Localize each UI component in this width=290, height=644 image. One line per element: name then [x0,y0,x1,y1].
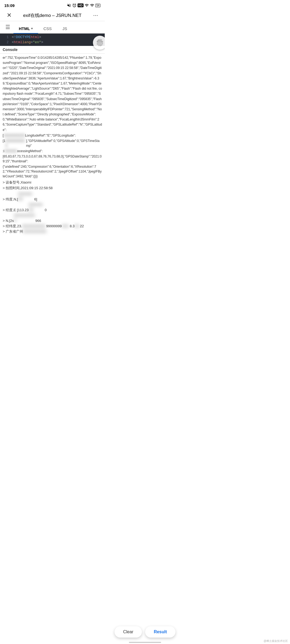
muted-icon [67,3,71,8]
code-editor: 1 <!DOCTYPE html> 2 <html lang="en"> [0,34,105,46]
console-gps-block-2: [1 XXXXXXXXXX ],"GPSAltitudeRef":0,"GPSA… [3,138,102,148]
console-header: Console [0,46,105,54]
console-title: Console [3,47,17,52]
tab-css[interactable]: CSS [38,24,57,33]
chevron-down-icon: ▾ [31,27,33,30]
blurred-gps-2: XXXXXXXXXX [5,138,26,148]
browser-header: ✕ exif在线demo – JSRUN.NET ··· [0,10,105,21]
console-province: > 广东省广州XXXXXXXXXX [3,229,102,234]
browser-title: exif在线demo – JSRUN.NET [14,12,91,19]
console-output[interactable]: er":752,"ExposureTime":0.0/14285/14285/1… [0,54,105,376]
battery-level: 54 [96,4,99,7]
console-thumbnail: {"undefined":240,"Compression":6,"Orient… [3,164,102,179]
console-exif-data: er":752,"ExposureTime":0.0/14285/14285/1… [3,55,102,133]
fingerprint-icon [96,38,104,47]
console-device: > 设备型号,Xiaomi [3,180,102,185]
console-time: > 拍照时间,2021:09:15 22:58:58 [3,185,102,191]
signal-icon-1 [85,3,89,8]
battery-icon: 54 [95,4,100,7]
console-gps-block-3: :i XXXXXX ocessingMethod": [3,149,102,153]
status-bar: 15:09 HD 54 [0,0,105,10]
blurred-gps-3: XXXXXX [4,149,17,153]
tab-html-label: HTML [19,26,30,31]
tab-list-icon[interactable]: ☰ [2,21,13,33]
blurred-lng: XXXXXXXX [28,202,45,213]
tab-html[interactable]: HTML ▾ [13,24,38,34]
more-button[interactable]: ··· [91,12,100,19]
code-line-1: 1 <!DOCTYPE html> [0,35,105,40]
blurred-coord3: XX [75,224,80,229]
tab-js-label: JS [63,26,67,31]
blurred-coord: XXXXXXXXXX [22,224,46,229]
console-coord: > 经纬度,23.XXXXXXXXXX99999999XXX8.3XX22 [3,224,102,229]
blurred-n: XXXXXXXXXX [14,213,35,223]
tab-js[interactable]: JS [57,24,73,33]
tab-bar: ☰ HTML ▾ CSS JS [0,21,105,34]
fingerprint-button[interactable] [93,36,105,50]
blurred-gps-1: XXXXXXXXXX [3,133,25,138]
blurred-lat: XXXXXXXX [18,191,34,202]
console-gps-array: [65,83,67,73,73,0,0,0,67,69,76,76,73,68,… [3,154,102,164]
code-line-2: 2 <html lang="en"> [0,40,105,45]
tab-css-label: CSS [44,26,52,31]
status-time: 15:09 [4,3,15,8]
blurred-coord2: XXX [62,224,70,229]
console-gps-block: [ XXXXXXXXXX LongitudeRef":"E","GPSLongi… [3,133,102,138]
alarm-icon [72,3,77,8]
hd-badge: HD [78,3,84,7]
console-lng: > 经度,E [113.23XXXXXXXX0 [3,202,102,213]
status-icons: HD 54 [67,3,100,8]
blurred-province: XXXXXXXXXX [23,229,50,234]
console-lat: > 纬度,N,[XXXXXXXX6] [3,191,102,202]
close-button[interactable]: ✕ [4,12,14,19]
console-n: > N,[2sXXXXXXXXXX966 [3,213,102,223]
wifi-icon [90,3,94,8]
bottom-spacer [3,235,102,256]
